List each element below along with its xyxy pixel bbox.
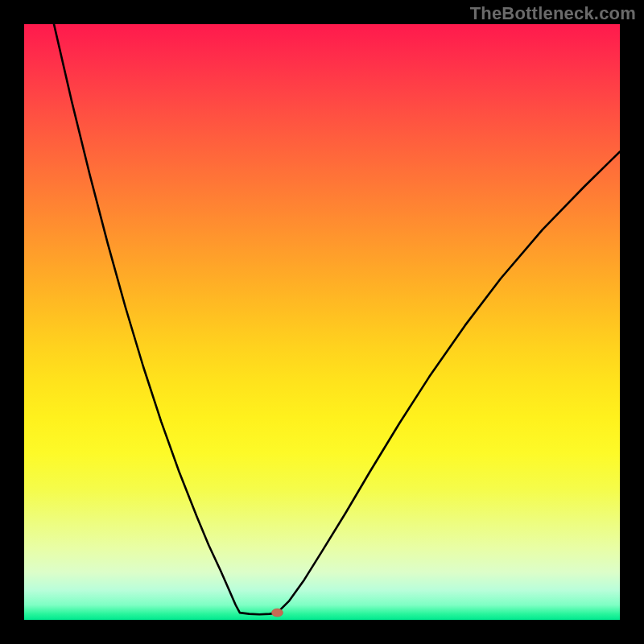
watermark: TheBottleneck.com <box>470 3 636 24</box>
frame: TheBottleneck.com <box>0 0 644 644</box>
bottleneck-curve <box>54 24 620 614</box>
curve-layer <box>24 24 620 620</box>
plot-area <box>24 24 620 620</box>
min-marker <box>272 609 283 617</box>
